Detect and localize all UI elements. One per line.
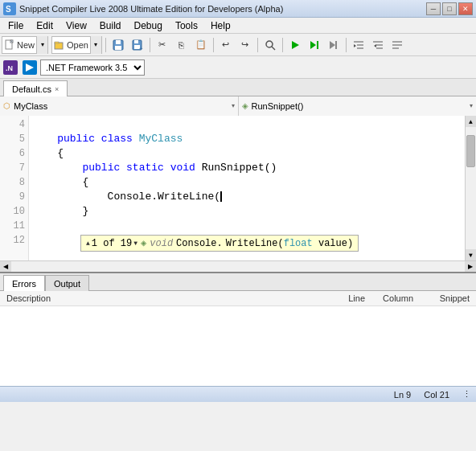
redo-button[interactable]: ↪ xyxy=(236,36,254,54)
svg-text:+: + xyxy=(139,45,143,51)
title-bar: S Snippet Compiler Live 2008 Ultimate Ed… xyxy=(0,0,476,18)
editor-container: ⬡ MyClass ▾ ◈ RunSnippet() ▾ 4 5 6 7 8 9… xyxy=(0,96,476,273)
window-title: Snippet Compiler Live 2008 Ultimate Edit… xyxy=(19,4,426,14)
tab-errors[interactable]: Errors xyxy=(3,275,45,291)
app-icon: S xyxy=(3,2,16,15)
open-button[interactable]: Open xyxy=(52,36,90,54)
framework-icon: .N xyxy=(3,60,18,75)
menu-debug[interactable]: Debug xyxy=(128,18,169,33)
open-dropdown[interactable]: ▾ xyxy=(90,36,101,54)
menu-bar: File Edit View Build Debug Tools Help xyxy=(0,18,476,34)
svg-rect-11 xyxy=(134,40,138,43)
undo-button[interactable]: ↩ xyxy=(217,36,235,54)
copy-button[interactable]: ⎘ xyxy=(173,36,191,54)
tab-default-cs[interactable]: Default.cs × xyxy=(3,80,68,96)
line-num-12: 12 xyxy=(0,233,25,248)
line-num-9: 9 xyxy=(0,190,25,204)
tab-label: Default.cs xyxy=(12,84,51,94)
code-line-8: { xyxy=(32,175,462,190)
class-nav-dropdown[interactable]: ⬡ MyClass ▾ xyxy=(0,96,239,116)
minimize-button[interactable]: ─ xyxy=(426,2,441,15)
hscroll-right[interactable]: ▶ xyxy=(465,261,476,273)
col-description: Description xyxy=(6,293,325,303)
ac-counter-text: 1 of 19 xyxy=(92,238,132,249)
svg-rect-9 xyxy=(115,46,121,50)
tab-close-icon[interactable]: × xyxy=(55,85,59,93)
svg-rect-6 xyxy=(55,42,59,43)
window-controls: ─ □ ✕ xyxy=(426,2,473,15)
maximize-button[interactable]: □ xyxy=(442,2,457,15)
status-line: Ln 9 xyxy=(394,390,411,400)
open-button-group: Open ▾ xyxy=(51,36,102,54)
errors-table-body xyxy=(0,306,476,386)
toolbar-framework: .N .NET Framework 3.5 xyxy=(0,56,476,79)
autocomplete-tooltip: ▲ 1 of 19 ▼ ◈ void Console.WriteLine(flo… xyxy=(80,235,359,252)
saveas-button[interactable]: + xyxy=(129,36,146,54)
line-num-5: 5 xyxy=(0,132,25,146)
svg-line-15 xyxy=(272,47,275,50)
vscroll-track[interactable] xyxy=(466,127,476,249)
indent-button[interactable] xyxy=(350,36,367,54)
step-button[interactable] xyxy=(325,36,343,54)
method-nav-dropdown[interactable]: ◈ RunSnippet() ▾ xyxy=(239,96,477,116)
code-line-7: public static void RunSnippet() xyxy=(32,161,462,175)
menu-help[interactable]: Help xyxy=(204,18,237,33)
sep6 xyxy=(346,38,347,52)
save-button[interactable] xyxy=(109,36,127,54)
line-num-7: 7 xyxy=(0,161,25,175)
status-bar: Ln 9 Col 21 ⋮ xyxy=(0,386,476,402)
ac-return-type: void xyxy=(150,238,173,249)
vscroll-down[interactable]: ▼ xyxy=(466,249,476,260)
line-num-10: 10 xyxy=(0,204,25,219)
editor-hscroll: ◀ ▶ xyxy=(0,260,476,272)
sep3 xyxy=(213,38,214,52)
menu-view[interactable]: View xyxy=(60,18,93,33)
new-button[interactable]: New xyxy=(2,36,36,54)
svg-marker-19 xyxy=(330,41,335,49)
bottom-tab-bar: Errors Output xyxy=(0,273,476,291)
line-num-11: 11 xyxy=(0,219,25,233)
outdent-button[interactable] xyxy=(369,36,387,54)
status-resize-grip[interactable]: ⋮ xyxy=(462,389,471,400)
format-button[interactable] xyxy=(388,36,406,54)
ac-method-name: WriteLine(float value) xyxy=(226,238,353,249)
code-editor[interactable]: 4 5 6 7 8 9 10 11 12 public class MyClas… xyxy=(0,116,476,260)
editor-nav-bar: ⬡ MyClass ▾ ◈ RunSnippet() ▾ xyxy=(0,96,476,116)
tab-output[interactable]: Output xyxy=(45,275,89,291)
editor-vscroll: ▲ ▼ xyxy=(465,116,476,260)
svg-marker-16 xyxy=(292,41,299,49)
sep4 xyxy=(257,38,258,52)
run-button[interactable] xyxy=(286,36,304,54)
class-nav-label: MyClass xyxy=(14,101,47,111)
hscroll-track[interactable] xyxy=(11,261,465,273)
ac-arrow-down[interactable]: ▼ xyxy=(133,240,137,247)
col-line: Line xyxy=(325,293,365,303)
cut-button[interactable]: ✂ xyxy=(154,36,171,54)
svg-rect-18 xyxy=(317,41,318,49)
paste-button[interactable]: 📋 xyxy=(192,36,210,54)
find-button[interactable] xyxy=(261,36,279,54)
menu-file[interactable]: File xyxy=(2,18,30,33)
sep5 xyxy=(282,38,283,52)
svg-rect-20 xyxy=(335,41,337,49)
run2-button[interactable] xyxy=(306,36,323,54)
ac-arrow-up[interactable]: ▲ xyxy=(86,240,90,247)
sep1 xyxy=(105,38,106,52)
class-icon: ⬡ xyxy=(3,101,10,110)
svg-marker-24 xyxy=(354,44,356,47)
new-dropdown[interactable]: ▾ xyxy=(36,36,47,54)
menu-edit[interactable]: Edit xyxy=(30,18,60,33)
framework-select[interactable]: .NET Framework 3.5 xyxy=(40,59,145,76)
open-label: Open xyxy=(67,40,88,50)
errors-table-header: Description Line Column Snippet xyxy=(0,291,476,306)
menu-tools[interactable]: Tools xyxy=(169,18,204,33)
new-label: New xyxy=(17,40,35,50)
vscroll-up[interactable]: ▲ xyxy=(466,116,476,127)
code-line-9: Console.WriteLine( xyxy=(32,190,462,204)
vscroll-thumb[interactable] xyxy=(466,135,475,167)
line-num-8: 8 xyxy=(0,175,25,190)
menu-build[interactable]: Build xyxy=(93,18,128,33)
hscroll-left[interactable]: ◀ xyxy=(0,261,11,273)
close-button[interactable]: ✕ xyxy=(458,2,473,15)
svg-point-14 xyxy=(266,41,273,47)
